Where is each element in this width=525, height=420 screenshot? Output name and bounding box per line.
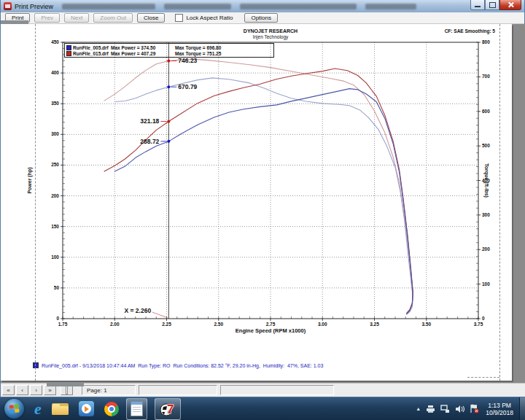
svg-text:Engine Speed (RPM x1000): Engine Speed (RPM x1000) bbox=[236, 327, 306, 334]
window-title: Print Preview bbox=[15, 3, 53, 10]
legend-max-power: Max Power = 407.29 bbox=[111, 51, 175, 56]
prev-page-button[interactable]: ‹ bbox=[16, 385, 28, 395]
dyno-chart[interactable]: DYNOJET RESEARCHInjen TechnologyCF: SAE … bbox=[1, 24, 512, 338]
taskbar: e 7 ▲ bbox=[0, 397, 525, 420]
minimize-button[interactable] bbox=[470, 0, 485, 10]
svg-text:Power (hp): Power (hp) bbox=[27, 167, 33, 193]
action-center-flag-icon[interactable] bbox=[470, 404, 479, 413]
page-margin-guide bbox=[35, 24, 36, 381]
folder-icon bbox=[52, 403, 69, 415]
close-preview-button[interactable]: Close bbox=[137, 13, 165, 23]
svg-text:2.25: 2.25 bbox=[162, 322, 171, 327]
hidden-icons-button[interactable]: ▲ bbox=[416, 406, 421, 411]
first-page-button[interactable]: « bbox=[2, 385, 15, 395]
svg-text:800: 800 bbox=[482, 39, 490, 44]
next-button[interactable]: Next bbox=[64, 13, 89, 23]
print-preview-window: Print Preview Print Prev Next Zoom Out C… bbox=[0, 0, 525, 397]
legend-row-baseline: RunFile_005.drf Max Power = 374.50 Max T… bbox=[66, 44, 272, 50]
window-artifact bbox=[47, 382, 84, 386]
close-icon bbox=[508, 1, 514, 8]
page-setup-button[interactable] bbox=[61, 385, 73, 395]
show-desktop-button[interactable] bbox=[519, 397, 525, 420]
legend-max-power: Max Power = 374.50 bbox=[111, 45, 175, 50]
taskbar-item-dynojet[interactable]: 7 bbox=[155, 398, 181, 420]
page-margin-guide bbox=[467, 377, 499, 378]
svg-text:3.25: 3.25 bbox=[370, 322, 379, 327]
svg-text:Torque (ft-lbs): Torque (ft-lbs) bbox=[483, 163, 489, 198]
dynojet-winpep-icon: 7 bbox=[159, 400, 176, 418]
svg-text:300: 300 bbox=[51, 131, 59, 136]
volume-tray-icon[interactable] bbox=[455, 405, 464, 413]
preview-workspace: DYNOJET RESEARCHInjen TechnologyCF: SAE … bbox=[1, 24, 525, 383]
redacted-title-text bbox=[62, 4, 155, 9]
lock-aspect-ratio-checkbox[interactable] bbox=[175, 14, 183, 22]
windows-logo-icon bbox=[9, 404, 19, 413]
svg-text:7: 7 bbox=[167, 402, 174, 416]
svg-text:250: 250 bbox=[51, 162, 59, 167]
caption-buttons bbox=[470, 0, 521, 10]
redacted-title-text bbox=[164, 4, 231, 9]
svg-text:200: 200 bbox=[482, 246, 490, 252]
taskbar-clock[interactable]: 1:13 PM 10/9/2018 bbox=[486, 402, 513, 416]
svg-text:DYNOJET RESEARCH: DYNOJET RESEARCH bbox=[244, 28, 298, 34]
taskbar-item-media-player[interactable] bbox=[79, 401, 94, 416]
svg-text:670.79: 670.79 bbox=[178, 83, 197, 90]
network-tray-icon[interactable] bbox=[440, 405, 450, 413]
restore-button[interactable] bbox=[485, 0, 499, 10]
titlebar[interactable]: Print Preview bbox=[1, 0, 524, 12]
preview-page: DYNOJET RESEARCHInjen TechnologyCF: SAE … bbox=[1, 24, 512, 381]
zoom-out-button[interactable]: Zoom Out bbox=[93, 13, 133, 23]
svg-text:700: 700 bbox=[482, 74, 490, 79]
redacted-title-text bbox=[365, 4, 416, 9]
svg-text:0: 0 bbox=[56, 316, 59, 321]
svg-text:X = 2.260: X = 2.260 bbox=[124, 307, 151, 314]
printer-tray-icon[interactable] bbox=[426, 405, 435, 413]
start-button[interactable] bbox=[4, 399, 24, 419]
svg-text:321.18: 321.18 bbox=[140, 117, 159, 125]
options-button[interactable]: Options bbox=[244, 13, 278, 23]
report-window-icon bbox=[131, 401, 143, 416]
last-page-button[interactable]: » bbox=[44, 385, 56, 395]
minimize-icon bbox=[475, 6, 481, 7]
clock-time: 1:13 PM bbox=[486, 402, 513, 409]
next-page-button[interactable]: › bbox=[30, 385, 42, 395]
taskbar-item-chrome[interactable] bbox=[104, 402, 119, 416]
lock-aspect-ratio-label: Lock Aspect Ratio bbox=[186, 15, 233, 21]
legend-max-torque: Max Torque = 696.80 bbox=[175, 45, 221, 50]
close-window-button[interactable] bbox=[499, 0, 521, 10]
svg-text:288.72: 288.72 bbox=[140, 138, 159, 145]
svg-text:150: 150 bbox=[51, 224, 59, 229]
svg-text:3.50: 3.50 bbox=[421, 322, 431, 327]
taskbar-item-ie[interactable]: e bbox=[34, 401, 42, 417]
taskbar-item-explorer[interactable] bbox=[52, 403, 69, 415]
legend-max-torque: Max Torque = 751.25 bbox=[175, 51, 221, 56]
lock-aspect-ratio-option: Lock Aspect Ratio bbox=[175, 14, 233, 22]
svg-text:Injen Technology: Injen Technology bbox=[253, 34, 289, 40]
svg-text:0: 0 bbox=[482, 316, 485, 321]
svg-text:3.75: 3.75 bbox=[474, 322, 483, 327]
taskbar-item-report-window[interactable] bbox=[126, 398, 147, 420]
system-tray: ▲ 1:13 PM 10/9/2018 bbox=[411, 397, 525, 420]
svg-text:300: 300 bbox=[482, 212, 490, 217]
svg-text:50: 50 bbox=[54, 285, 60, 290]
svg-text:100: 100 bbox=[482, 281, 490, 287]
status-panel bbox=[139, 385, 217, 395]
legend-file: RunFile_015.drf bbox=[73, 51, 111, 56]
legend-swatch-red bbox=[66, 51, 71, 56]
prev-button[interactable]: Prev bbox=[34, 13, 59, 23]
chrome-icon bbox=[104, 402, 119, 416]
internet-explorer-icon: e bbox=[34, 401, 42, 417]
svg-text:3.00: 3.00 bbox=[318, 322, 327, 327]
status-panel bbox=[220, 385, 334, 395]
svg-text:2.75: 2.75 bbox=[266, 322, 276, 327]
svg-text:746.23: 746.23 bbox=[178, 57, 197, 64]
app-icon bbox=[4, 2, 12, 10]
page-number-panel: Page: 1 bbox=[82, 385, 136, 395]
svg-text:CF: SAE Smoothing: 5: CF: SAE Smoothing: 5 bbox=[445, 28, 496, 34]
svg-text:500: 500 bbox=[482, 143, 490, 148]
screen: Print Preview Print Prev Next Zoom Out C… bbox=[0, 0, 525, 420]
media-player-icon bbox=[79, 401, 94, 416]
run-details: RunFile_005.drf - 9/13/2018 10:47:44 AM … bbox=[42, 362, 323, 369]
clock-date: 10/9/2018 bbox=[486, 409, 513, 416]
page-icon bbox=[66, 386, 68, 394]
